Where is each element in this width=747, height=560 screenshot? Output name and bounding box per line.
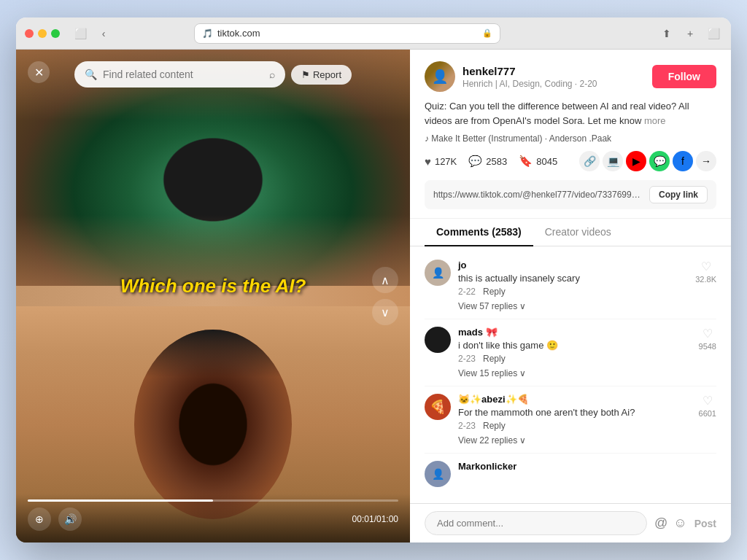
minimize-traffic-light[interactable] xyxy=(38,29,47,38)
more-link[interactable]: more xyxy=(644,115,666,126)
airplay-btn[interactable]: ⊕ xyxy=(28,508,51,531)
bookmarks-count: 8045 xyxy=(536,156,557,167)
copy-link-button[interactable]: Copy link xyxy=(649,186,708,203)
share-btn[interactable]: ⬆ xyxy=(658,25,676,42)
comment-text: i don't like this game 🙂 xyxy=(458,340,692,351)
back-btn[interactable]: ‹ xyxy=(95,25,112,42)
comment-body: jo this is actually insanely scary 2-22 … xyxy=(458,260,688,311)
heart-stat-icon: ♥ xyxy=(425,155,431,168)
search-submit-icon[interactable]: ⌕ xyxy=(269,69,275,80)
comment-like: ♡ 32.8K xyxy=(695,260,716,311)
video-controls: ⊕ 🔊 00:01/01:00 xyxy=(16,494,410,542)
comments-stat: 💬 2583 xyxy=(468,155,507,168)
browser-window: ⬜ ‹ 🎵 tiktok.com 🔒 ⬆ + ⬜ ✕ 🔍 ⌕ xyxy=(16,18,731,542)
like-icon[interactable]: ♡ xyxy=(701,260,711,273)
comment-username: 🐱✨abezi✨🍕 xyxy=(458,394,692,405)
music-credit: ♪ Make It Better (Instrumental) · Anders… xyxy=(425,133,716,144)
at-icon[interactable]: @ xyxy=(654,516,667,531)
controls-row: ⊕ 🔊 00:01/01:00 xyxy=(28,508,398,531)
url-text: tiktok.com xyxy=(217,28,260,39)
like-icon[interactable]: ♡ xyxy=(703,327,713,341)
bookmark-stat-icon: 🔖 xyxy=(519,155,533,168)
lock-icon: 🔒 xyxy=(482,28,492,38)
tabs-btn[interactable]: ⬜ xyxy=(705,25,722,42)
comment-input-row: @ ☺ Post xyxy=(410,503,731,542)
comments-count: 2583 xyxy=(486,156,507,167)
comments-list: 👤 jo this is actually insanely scary 2-2… xyxy=(410,246,731,503)
comment-meta: 2-23 Reply xyxy=(458,354,692,364)
comment-item: mads 🎀 i don't like this game 🙂 2-23 Rep… xyxy=(425,319,716,386)
comment-item: 👤 jo this is actually insanely scary 2-2… xyxy=(425,252,716,319)
comment-avatar: 🍕 xyxy=(425,394,451,420)
comment-item: 👤 Markonlicker xyxy=(425,454,716,494)
comment-text: this is actually insanely scary xyxy=(458,273,688,284)
comment-body: Markonlicker xyxy=(458,461,716,487)
comment-input[interactable] xyxy=(425,511,647,535)
view-replies[interactable]: View 57 replies ∨ xyxy=(458,301,688,311)
comment-item: 🍕 🐱✨abezi✨🍕 For the mammoth one aren't t… xyxy=(425,386,716,454)
share-icon-2[interactable]: 💻 xyxy=(603,151,623,171)
sidebar-toggle-btn[interactable]: ⬜ xyxy=(71,25,89,42)
comment-action-icons: @ ☺ xyxy=(654,516,687,531)
like-icon[interactable]: ♡ xyxy=(703,394,713,408)
report-button[interactable]: ⚑ Report xyxy=(291,65,352,85)
tab-comments[interactable]: Comments (2583) xyxy=(425,219,533,246)
share-icon-5[interactable]: f xyxy=(673,151,693,171)
creator-subtitle: Henrich | AI, Design, Coding · 2-20 xyxy=(462,79,645,89)
maximize-traffic-light[interactable] xyxy=(51,29,60,38)
share-more-icon[interactable]: → xyxy=(696,151,716,171)
main-content: ✕ 🔍 ⌕ ⚑ Report Which one i xyxy=(16,50,731,542)
eye-iris xyxy=(134,330,292,519)
like-count: 6601 xyxy=(699,409,716,418)
volume-btn[interactable]: 🔊 xyxy=(58,508,82,531)
search-input[interactable] xyxy=(103,69,263,80)
view-replies[interactable]: View 15 replies ∨ xyxy=(458,368,692,378)
comment-body: 🐱✨abezi✨🍕 For the mammoth one aren't the… xyxy=(458,394,692,446)
traffic-lights xyxy=(25,29,60,38)
video-background: Which one is the AI? xyxy=(16,50,410,542)
avatar-image: 👤 xyxy=(425,61,455,92)
search-input-wrap: 🔍 ⌕ xyxy=(74,61,285,88)
comment-like: ♡ 6601 xyxy=(699,394,716,446)
comment-avatar: 👤 xyxy=(425,461,451,487)
reply-link[interactable]: Reply xyxy=(483,354,506,364)
new-tab-btn[interactable]: + xyxy=(681,25,699,42)
right-panel: 👤 henkel777 Henrich | AI, Design, Coding… xyxy=(410,50,731,542)
comment-like: ♡ 9548 xyxy=(699,327,716,378)
emoji-icon[interactable]: ☺ xyxy=(673,516,686,531)
video-panel: ✕ 🔍 ⌕ ⚑ Report Which one i xyxy=(16,50,410,542)
avatar: 👤 xyxy=(425,61,455,92)
post-button[interactable]: Post xyxy=(694,518,716,529)
likes-stat: ♥ 127K xyxy=(425,155,457,168)
close-video-btn[interactable]: ✕ xyxy=(28,61,50,83)
creator-header: 👤 henkel777 Henrich | AI, Design, Coding… xyxy=(425,61,716,92)
time-display: 00:01/01:00 xyxy=(352,514,398,524)
nav-down-btn[interactable]: ∨ xyxy=(372,299,398,325)
address-bar[interactable]: 🎵 tiktok.com 🔒 xyxy=(194,23,500,44)
progress-bar[interactable] xyxy=(28,499,398,502)
tab-creator-videos[interactable]: Creator videos xyxy=(533,219,623,246)
share-link: https://www.tiktok.com/@henkel777/video/… xyxy=(433,190,643,200)
share-icon-3[interactable]: ▶ xyxy=(626,151,646,171)
progress-fill xyxy=(28,499,213,502)
tiktok-favicon: 🎵 xyxy=(202,28,213,39)
search-icon: 🔍 xyxy=(85,69,97,80)
comment-username: Markonlicker xyxy=(458,461,716,472)
nav-up-btn[interactable]: ∧ xyxy=(372,267,398,293)
comment-avatar xyxy=(425,327,451,353)
view-replies[interactable]: View 22 replies ∨ xyxy=(458,435,692,446)
tabs-row: Comments (2583) Creator videos xyxy=(410,219,731,246)
comment-text: For the mammoth one aren't they both Ai? xyxy=(458,407,692,418)
share-icon-4[interactable]: 💬 xyxy=(649,151,670,171)
share-icon-1[interactable]: 🔗 xyxy=(579,151,600,171)
follow-button[interactable]: Follow xyxy=(652,65,716,88)
comment-username: mads 🎀 xyxy=(458,327,692,338)
reply-link[interactable]: Reply xyxy=(483,421,506,431)
comment-meta: 2-22 Reply xyxy=(458,287,688,297)
reply-link[interactable]: Reply xyxy=(483,287,506,297)
stats-row: ♥ 127K 💬 2583 🔖 8045 🔗 💻 ▶ xyxy=(425,151,716,171)
comment-stat-icon: 💬 xyxy=(468,155,482,168)
close-traffic-light[interactable] xyxy=(25,29,34,38)
comment-date: 2-23 xyxy=(458,421,476,431)
comment-date: 2-22 xyxy=(458,287,476,297)
